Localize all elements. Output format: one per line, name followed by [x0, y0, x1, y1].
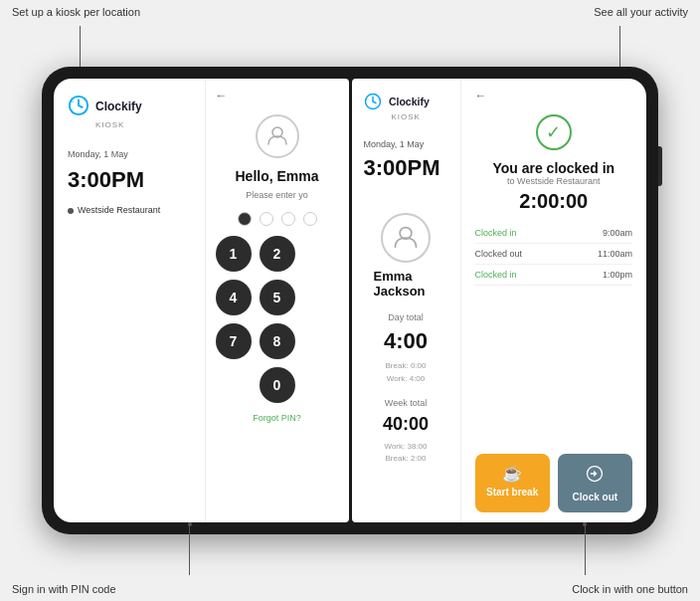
numpad: 1 2 4 5 7 8 0	[216, 236, 339, 403]
activity-item-2: Clocked out 11:00am	[475, 244, 633, 265]
clockout-btn-label: Clock out	[573, 492, 618, 502]
pin-dot-2	[260, 212, 273, 226]
activity-label-3: Clocked in	[475, 270, 517, 280]
activity-label-2: Clocked out	[475, 249, 523, 259]
sub-times-week: Work: 38:00 Break: 2:00	[385, 441, 428, 467]
num-btn-1[interactable]: 1	[216, 236, 252, 272]
num-btn-0[interactable]: 0	[260, 367, 295, 403]
activity-time-3: 1:00pm	[603, 270, 632, 280]
break-icon: ☕	[502, 464, 522, 483]
num-btn-4[interactable]: 4	[216, 280, 252, 315]
right-clockify-wordmark: Clockify	[388, 95, 438, 108]
annotation-dot-bl	[188, 522, 192, 526]
week-total-label: Week total	[385, 398, 427, 408]
profile-name: Emma Jackson	[374, 269, 438, 299]
activity-item-3: Clocked in 1:00pm	[475, 265, 633, 286]
start-break-button[interactable]: ☕ Start break	[475, 454, 550, 512]
svg-text:Clockify: Clockify	[388, 96, 429, 107]
right-kiosk-home-screen: Clockify KIOSK Monday, 1 May 3:00PM Emma…	[352, 79, 461, 522]
forgot-pin-link[interactable]: Forgot PIN?	[253, 413, 301, 423]
back-button-pin[interactable]: ←	[216, 89, 228, 102]
kiosk-time: 3:00PM	[68, 167, 191, 193]
location-dot-icon	[68, 208, 74, 214]
user-avatar-pin	[256, 114, 299, 158]
activity-time-1: 9:00am	[603, 228, 632, 238]
logo-area: C Clockify	[68, 95, 191, 116]
clockout-icon	[585, 464, 605, 488]
right-clockify-logo-icon	[364, 93, 382, 110]
location-row: Westside Restaurant	[68, 205, 191, 217]
right-kiosk-time: 3:00PM	[364, 155, 448, 181]
day-total-time: 4:00	[384, 328, 428, 354]
hello-text: Hello, Emma	[235, 168, 318, 184]
action-buttons-row: ☕ Start break Clock out	[475, 454, 633, 512]
activity-list: Clocked in 9:00am Clocked out 11:00am Cl…	[475, 223, 633, 446]
num-btn-8[interactable]: 8	[260, 323, 295, 359]
sub-times-day: Break: 0:00 Work: 4:00	[386, 360, 427, 386]
right-logo-area: Clockify	[364, 93, 448, 110]
pin-dot-4	[303, 212, 317, 226]
enter-pin-text: Please enter yo	[246, 190, 308, 200]
annotation-top-right: See all your activity	[594, 6, 688, 18]
location-name: Westside Restaurant	[78, 205, 160, 217]
profile-screen: Emma Jackson Day total 4:00 Break: 0:00 …	[364, 187, 448, 478]
clocked-in-screen: ← ✓ You are clocked in to Westside Resta…	[461, 79, 647, 522]
tablet-device: C Clockify KIOSK Monday, 1 May 3:00PM We…	[42, 67, 658, 534]
clocked-in-subtitle: to Westside Restaurant	[475, 176, 633, 186]
right-kiosk-date: Monday, 1 May	[364, 139, 448, 149]
week-total-time: 40:00	[383, 414, 429, 435]
kiosk-date: Monday, 1 May	[68, 149, 191, 159]
annotation-line-bl	[189, 525, 190, 575]
profile-avatar	[381, 213, 431, 263]
pin-screen: ← Hello, Emma Please enter yo 1 2 4	[206, 79, 349, 522]
tablet-right-half: Clockify KIOSK Monday, 1 May 3:00PM Emma…	[352, 79, 647, 522]
num-btn-5[interactable]: 5	[260, 280, 295, 315]
clock-out-button[interactable]: Clock out	[558, 454, 632, 512]
kiosk-home-screen: C Clockify KIOSK Monday, 1 May 3:00PM We…	[54, 79, 206, 522]
pin-dot-3	[281, 212, 295, 226]
clocked-in-timer: 2:00:00	[475, 190, 633, 213]
activity-time-2: 11:00am	[598, 249, 632, 259]
pin-dots-row	[238, 212, 317, 226]
svg-text:Clockify: Clockify	[95, 100, 142, 113]
pin-dot-1	[238, 212, 252, 226]
annotation-top-left: Set up a kiosk per location	[12, 6, 140, 18]
kiosk-label: KIOSK	[95, 120, 191, 129]
annotation-bottom-left: Sign in with PIN code	[12, 583, 116, 595]
tablet-left-half: C Clockify KIOSK Monday, 1 May 3:00PM We…	[54, 79, 349, 522]
annotation-line-br	[585, 525, 586, 575]
right-kiosk-label: KIOSK	[392, 112, 448, 121]
num-btn-2[interactable]: 2	[260, 236, 295, 272]
activity-item-1: Clocked in 9:00am	[475, 223, 633, 244]
clocked-in-check-icon: ✓	[536, 114, 572, 150]
clockify-wordmark: Clockify	[95, 98, 150, 113]
day-total-label: Day total	[388, 312, 424, 322]
break-btn-label: Start break	[486, 487, 538, 498]
svg-text:C: C	[71, 99, 75, 103]
clockify-logo-icon: C	[68, 95, 89, 116]
back-button-clocked[interactable]: ←	[475, 89, 487, 102]
num-btn-7[interactable]: 7	[216, 323, 252, 359]
clocked-in-title: You are clocked in	[475, 160, 633, 176]
annotation-bottom-right: Clock in with one button	[572, 583, 688, 595]
activity-label-1: Clocked in	[475, 228, 517, 238]
annotation-dot-br	[583, 522, 587, 526]
